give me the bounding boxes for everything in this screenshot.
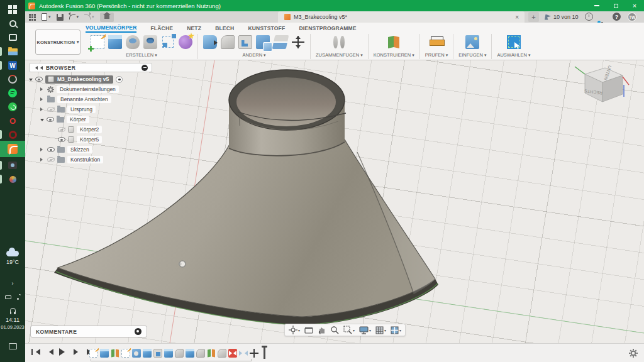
combine-icon[interactable] bbox=[256, 35, 270, 49]
grid-display-icon[interactable]: ▾ bbox=[375, 326, 386, 334]
viewport[interactable]: UNTEN RECHTS BROWSER M3_Brakecooling v5 bbox=[25, 60, 644, 343]
weather-cloud-icon[interactable] bbox=[0, 246, 25, 260]
feature-extrude[interactable] bbox=[100, 349, 109, 358]
show-desktop-icon[interactable] bbox=[0, 339, 25, 353]
visibility-eye-off-icon[interactable] bbox=[47, 157, 55, 162]
fillet-icon[interactable] bbox=[221, 35, 235, 49]
pan-icon[interactable] bbox=[318, 326, 326, 334]
expand-icon[interactable] bbox=[29, 79, 33, 83]
workspace-selector[interactable]: KONSTRUKTION ▾ bbox=[35, 30, 80, 55]
fusion-360-taskbar-icon[interactable] bbox=[0, 141, 25, 157]
expand-icon[interactable] bbox=[40, 158, 45, 162]
tab-flaeche[interactable]: FLÄCHE bbox=[150, 24, 173, 32]
erstellen-menu[interactable]: ERSTELLEN▾ bbox=[126, 52, 157, 58]
comments-panel[interactable]: KOMMENTARE bbox=[30, 326, 147, 337]
feature-create-sketch[interactable] bbox=[121, 349, 130, 358]
minimize-button[interactable] bbox=[587, 0, 606, 11]
screenshot-tool-icon[interactable] bbox=[0, 158, 25, 172]
feature-construction-plane[interactable] bbox=[111, 349, 119, 358]
app-grid-icon[interactable] bbox=[29, 14, 36, 21]
undo-icon[interactable]: ▾ bbox=[69, 14, 79, 19]
tab-volumenkoerper[interactable]: VOLUMENKÖRPER bbox=[86, 23, 136, 33]
opera-icon[interactable]: O bbox=[0, 114, 25, 128]
press-pull-icon[interactable] bbox=[203, 35, 217, 49]
collapse-browser-icon[interactable] bbox=[33, 66, 43, 70]
document-tab[interactable]: M3_Brakecooling v5* × bbox=[278, 11, 525, 23]
visibility-eye-icon[interactable] bbox=[47, 147, 55, 152]
timeline-scrubber[interactable] bbox=[264, 347, 265, 359]
feature-revolve[interactable] bbox=[132, 349, 141, 358]
whatsapp-icon[interactable] bbox=[0, 100, 25, 114]
paint-3d-icon[interactable] bbox=[0, 172, 25, 186]
feature-construction-plane[interactable] bbox=[207, 349, 216, 358]
expand-icon[interactable] bbox=[40, 97, 45, 101]
pruefen-menu[interactable]: PRÜFEN▾ bbox=[425, 52, 448, 58]
task-view-icon[interactable] bbox=[0, 30, 25, 44]
headset-icon[interactable] bbox=[0, 303, 25, 317]
feature-shell[interactable] bbox=[153, 349, 162, 358]
step-back-icon[interactable] bbox=[46, 349, 53, 355]
orbit-icon[interactable]: ▾ bbox=[289, 326, 300, 334]
feature-fillet[interactable] bbox=[196, 349, 205, 358]
timeline-settings-gear-icon[interactable] bbox=[629, 349, 638, 358]
activate-component-radio[interactable] bbox=[116, 76, 123, 83]
origin-marker[interactable] bbox=[179, 261, 186, 267]
play-icon[interactable] bbox=[59, 348, 68, 356]
feature-fillet[interactable] bbox=[175, 349, 184, 358]
new-tab-button[interactable]: + bbox=[528, 12, 539, 22]
user-avatar[interactable]: TW bbox=[628, 13, 636, 21]
spotify-icon[interactable] bbox=[0, 86, 25, 100]
job-status-icon[interactable] bbox=[585, 13, 593, 21]
visibility-eye-icon[interactable] bbox=[47, 117, 54, 122]
move-copy-icon[interactable] bbox=[291, 35, 305, 49]
expand-icon[interactable] bbox=[40, 87, 45, 91]
visibility-eye-icon[interactable] bbox=[35, 77, 43, 82]
feature-fillet[interactable] bbox=[218, 349, 226, 358]
file-explorer-icon[interactable] bbox=[0, 45, 25, 58]
start-button-icon[interactable] bbox=[0, 3, 25, 16]
tree-row-konstruktion[interactable]: Konstruktion bbox=[29, 155, 158, 165]
step-forward-icon[interactable] bbox=[74, 349, 81, 355]
tree-row-ursprung[interactable]: Ursprung bbox=[29, 104, 158, 114]
ring-app-icon[interactable] bbox=[0, 72, 25, 86]
measure-icon[interactable] bbox=[430, 35, 443, 49]
help-icon[interactable]: ? bbox=[613, 13, 621, 21]
hole-icon[interactable] bbox=[143, 35, 157, 49]
clock-time[interactable]: 14:11 bbox=[0, 317, 25, 323]
create-form-icon[interactable] bbox=[179, 35, 192, 49]
browser-root-row[interactable]: M3_Brakecooling v5 bbox=[29, 74, 158, 84]
close-button[interactable]: × bbox=[625, 0, 644, 11]
tab-blech[interactable]: BLECH bbox=[215, 24, 234, 32]
fit-icon[interactable]: ▾ bbox=[343, 326, 355, 334]
maximize-button[interactable] bbox=[606, 0, 625, 11]
visibility-eye-off-icon[interactable] bbox=[47, 107, 55, 112]
redo-icon[interactable]: ▾ bbox=[84, 14, 94, 19]
visibility-eye-off-icon[interactable] bbox=[58, 127, 65, 132]
aendern-menu[interactable]: ÄNDERN▾ bbox=[242, 52, 265, 58]
insert-image-icon[interactable] bbox=[465, 35, 479, 49]
clock-date[interactable]: 01.09.2023 bbox=[0, 324, 25, 330]
file-menu-icon[interactable]: ▾ bbox=[42, 13, 51, 21]
tree-row-dokumenteinstellungen[interactable]: Dokumenteinstellungen bbox=[29, 84, 158, 94]
feature-mirror-failed[interactable] bbox=[228, 349, 237, 358]
tray-icons[interactable] bbox=[0, 290, 25, 304]
feature-create-sketch[interactable] bbox=[89, 349, 98, 358]
tree-row-koerper5[interactable]: Körper5 bbox=[29, 134, 158, 145]
expand-icon[interactable] bbox=[40, 148, 45, 151]
collapse-icon[interactable] bbox=[40, 119, 44, 123]
select-icon[interactable] bbox=[507, 35, 521, 49]
tree-row-skizzen[interactable]: Skizzen bbox=[29, 145, 158, 155]
join-icon[interactable] bbox=[332, 35, 346, 49]
search-icon[interactable] bbox=[0, 16, 25, 30]
viewcube[interactable]: UNTEN RECHTS bbox=[575, 65, 629, 102]
tab-dienstprogramme[interactable]: DIENSTPROGRAMME bbox=[299, 24, 356, 32]
look-at-icon[interactable] bbox=[304, 326, 313, 334]
viewports-icon[interactable]: ▾ bbox=[391, 326, 401, 334]
word-icon[interactable]: W bbox=[0, 58, 25, 72]
feature-mirror[interactable] bbox=[239, 349, 248, 358]
zoom-icon[interactable] bbox=[330, 326, 339, 334]
konstruieren-menu[interactable]: KONSTRUIEREN▾ bbox=[374, 52, 414, 58]
tray-expand-icon[interactable]: › bbox=[0, 280, 25, 287]
home-view-icon[interactable] bbox=[100, 13, 114, 22]
visibility-eye-icon[interactable] bbox=[58, 137, 65, 142]
